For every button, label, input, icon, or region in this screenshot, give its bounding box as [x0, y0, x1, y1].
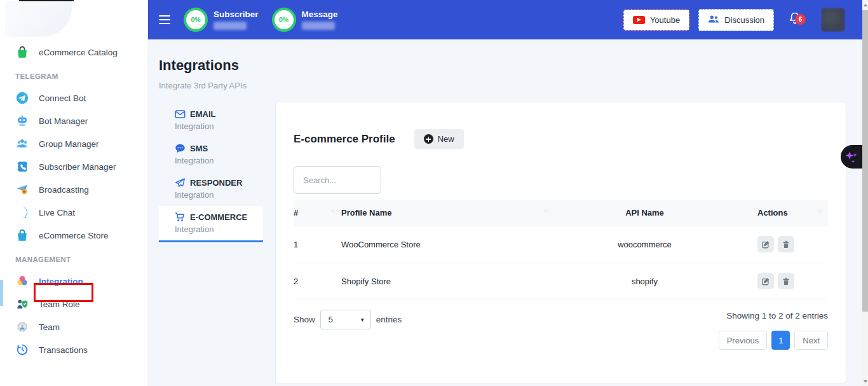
- cart-icon: [175, 212, 186, 223]
- edit-button[interactable]: [757, 273, 774, 289]
- delete-button[interactable]: [778, 273, 794, 289]
- column-header-num[interactable]: #↑↓: [294, 200, 341, 226]
- sidebar-item-label: Live Chat: [39, 208, 75, 217]
- scrollbar-down-button[interactable]: [862, 376, 868, 386]
- sort-icon[interactable]: ↑↓: [817, 208, 822, 214]
- scrollbar-up-button[interactable]: [862, 0, 868, 10]
- sidebar-item-transactions[interactable]: Transactions: [0, 338, 147, 361]
- sidebar-section-management: MANAGEMENT: [0, 256, 147, 263]
- sidebar-item-connect-bot[interactable]: Connect Bot: [0, 86, 147, 109]
- discussion-button[interactable]: Discussion: [698, 9, 774, 31]
- avatar[interactable]: [821, 8, 845, 32]
- ecommerce-profile-card: E-commerce Profile New #↑↓ Profile Name↑…: [275, 102, 846, 384]
- table-header-row: #↑↓ Profile Name↑↓ API Name Actions↑↓: [294, 200, 828, 226]
- shopping-bag-lock-icon: [15, 45, 29, 59]
- scrollbar-thumb[interactable]: [862, 10, 868, 312]
- sidebar-item-label: Transactions: [39, 345, 88, 355]
- sidebar-item-bot-manager[interactable]: Bot Manager: [0, 109, 147, 132]
- app-logo: [5, 1, 72, 37]
- hamburger-menu-icon[interactable]: [159, 13, 170, 27]
- tab-email-integration[interactable]: EMAIL Integration: [159, 103, 263, 137]
- contact-book-phone-icon: [15, 160, 29, 174]
- tab-subtitle: Integration: [175, 190, 255, 200]
- sort-icon[interactable]: ↑↓: [543, 208, 548, 214]
- youtube-button[interactable]: Youtube: [623, 10, 689, 31]
- broadcast-plane-icon: [15, 183, 29, 196]
- profile-name-cell: WooCommerce Store: [341, 226, 554, 263]
- gear-user-icon: [15, 320, 29, 334]
- edit-icon: [761, 240, 770, 249]
- column-header-profile-name[interactable]: Profile Name↑↓: [341, 200, 554, 226]
- sidebar-item-label: eCommerce Catalog: [39, 48, 118, 57]
- page-subtitle: Integrate 3rd Party APIs: [159, 81, 247, 90]
- page-size-select[interactable]: 5 ▾: [320, 310, 371, 329]
- avatar-blurred-image: [821, 8, 845, 32]
- sidebar-item-label: Team Role: [39, 300, 80, 309]
- integration-subnav: EMAIL Integration SMS Integration RESPON…: [159, 103, 263, 242]
- trash-icon: [782, 277, 790, 286]
- tab-ecommerce-integration[interactable]: E-COMMERCE Integration: [159, 206, 263, 242]
- show-label: Show: [294, 315, 315, 324]
- sidebar-section-telegram: TELEGRAM: [0, 72, 147, 80]
- sidebar-item-ecommerce-store[interactable]: eCommerce Store: [0, 224, 147, 247]
- robot-icon: [15, 114, 29, 128]
- sidebar-item-label: Subscriber Manager: [39, 162, 116, 172]
- ai-assistant-fab[interactable]: [841, 145, 862, 169]
- sidebar-item-label: Group Manager: [39, 139, 99, 149]
- sidebar-item-live-chat[interactable]: Live Chat: [0, 201, 147, 224]
- chat-bubble-icon: [15, 205, 29, 219]
- sidebar-item-integration[interactable]: Integration: [0, 270, 147, 293]
- youtube-icon: [633, 16, 645, 24]
- delete-button[interactable]: [778, 236, 794, 252]
- previous-page-button[interactable]: Previous: [719, 331, 768, 350]
- sidebar-item-subscriber-manager[interactable]: Subscriber Manager: [0, 155, 147, 178]
- tab-title: EMAIL: [190, 109, 215, 119]
- sidebar-item-group-manager[interactable]: Group Manager: [0, 132, 147, 155]
- sidebar-item-label: Connect Bot: [39, 93, 86, 103]
- column-header-actions[interactable]: Actions↑↓: [735, 200, 828, 226]
- sidebar-item-label: Team: [39, 322, 60, 332]
- profile-name-cell: Shopify Store: [341, 263, 554, 300]
- notification-count-badge: 6: [795, 14, 806, 25]
- plus-circle-icon: [424, 134, 433, 144]
- main-content: Integrations Integrate 3rd Party APIs EM…: [148, 39, 862, 386]
- vertical-scrollbar[interactable]: [862, 0, 868, 386]
- message-stat-blurred-value: [302, 22, 335, 30]
- telegram-icon: [15, 91, 29, 105]
- search-input[interactable]: [294, 166, 381, 194]
- sidebar-item-broadcasting[interactable]: Broadcasting: [0, 178, 147, 201]
- table-row: 1 WooCommerce Store woocommerce: [294, 226, 828, 263]
- column-header-api-name[interactable]: API Name: [554, 200, 735, 226]
- showing-entries-text: Showing 1 to 2 of 2 entries: [726, 311, 828, 321]
- subscriber-stat-blurred-value: [214, 22, 247, 30]
- sidebar-item-team-role[interactable]: Team Role: [0, 293, 147, 315]
- sidebar-item-team[interactable]: Team: [0, 315, 147, 338]
- tab-title: RESPONDER: [190, 178, 242, 188]
- card-title: E-commerce Profile: [294, 133, 395, 146]
- entries-label: entries: [376, 315, 402, 324]
- pagination: Previous 1 Next: [719, 331, 828, 350]
- sidebar-item-label: Bot Manager: [39, 116, 88, 126]
- youtube-button-label: Youtube: [650, 15, 680, 25]
- users-group-icon: [708, 15, 719, 25]
- notifications-button[interactable]: 6: [788, 11, 802, 29]
- tab-responder-integration[interactable]: RESPONDER Integration: [159, 172, 263, 206]
- message-stat-label: Message: [302, 10, 338, 19]
- page-1-button[interactable]: 1: [771, 331, 790, 350]
- tab-title: E-COMMERCE: [190, 212, 247, 222]
- page-title: Integrations: [159, 57, 239, 74]
- sidebar-item-label: eCommerce Store: [39, 231, 109, 240]
- subscriber-stat-label: Subscriber: [214, 10, 259, 19]
- paper-plane-icon: [175, 177, 186, 188]
- subscriber-stat: 0% Subscriber: [184, 8, 259, 32]
- tab-subtitle: Integration: [175, 156, 255, 165]
- sidebar: eCommerce Catalog TELEGRAM Connect Bot B…: [0, 0, 148, 386]
- tab-sms-integration[interactable]: SMS Integration: [159, 137, 263, 172]
- new-profile-button[interactable]: New: [414, 129, 464, 149]
- sort-icon[interactable]: ↑↓: [330, 208, 335, 214]
- edit-button[interactable]: [757, 236, 774, 252]
- sidebar-item-ecommerce-catalog[interactable]: eCommerce Catalog: [0, 41, 147, 64]
- profiles-table: #↑↓ Profile Name↑↓ API Name Actions↑↓ 1: [294, 200, 828, 300]
- next-page-button[interactable]: Next: [794, 331, 828, 350]
- sidebar-item-label: Broadcasting: [39, 185, 89, 195]
